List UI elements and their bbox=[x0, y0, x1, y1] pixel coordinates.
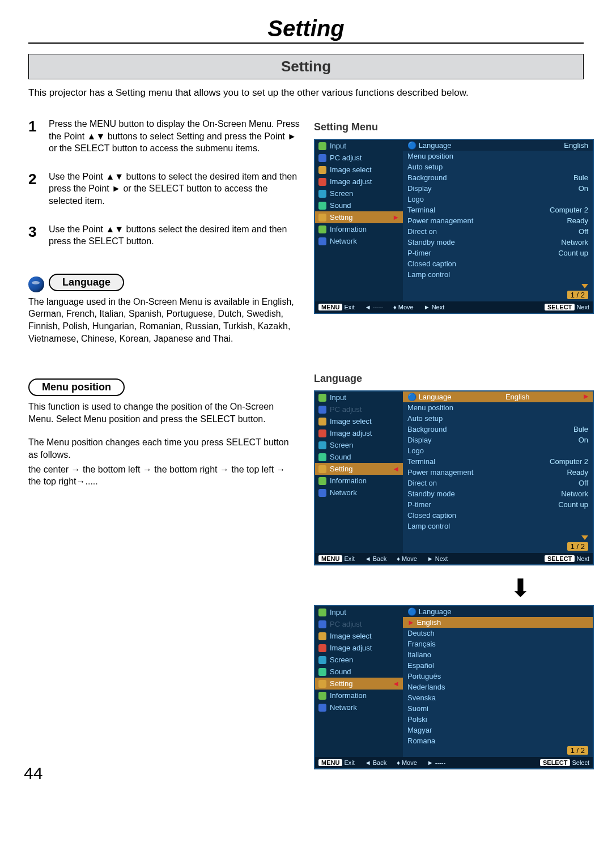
sidebar-item-sound[interactable]: Sound bbox=[315, 199, 403, 211]
step-3: 3 Use the Point ▲▼ buttons select the de… bbox=[28, 223, 300, 248]
setting-row-p-timer[interactable]: P-timerCount up bbox=[403, 499, 593, 510]
setting-label: Menu position bbox=[407, 403, 453, 412]
menu-item-icon bbox=[318, 166, 326, 174]
setting-value: Network bbox=[561, 490, 588, 498]
language-option-français[interactable]: Français bbox=[403, 639, 593, 649]
sidebar-item-image-adjust[interactable]: Image adjust bbox=[315, 427, 403, 439]
menu-position-body-3: the center → the bottom left → the botto… bbox=[28, 463, 300, 488]
setting-row-logo[interactable]: Logo bbox=[403, 445, 593, 456]
setting-row-power-management[interactable]: Power managementReady bbox=[403, 215, 593, 226]
setting-row-auto-setup[interactable]: Auto setup bbox=[403, 413, 593, 424]
sidebar-item-information[interactable]: Information bbox=[315, 475, 403, 487]
setting-row-display[interactable]: DisplayOn bbox=[403, 435, 593, 445]
setting-row-lamp-control[interactable]: Lamp control bbox=[403, 521, 593, 531]
sidebar-item-information[interactable]: Information bbox=[315, 223, 403, 235]
sidebar-item-image-select[interactable]: Image select bbox=[315, 415, 403, 427]
setting-row-standby-mode[interactable]: Standby modeNetwork bbox=[403, 488, 593, 499]
sidebar-item-label: Network bbox=[330, 703, 357, 712]
sidebar-item-setting[interactable]: Setting► bbox=[315, 211, 403, 223]
language-option-suomi[interactable]: Suomi bbox=[403, 703, 593, 714]
sidebar-item-image-select[interactable]: Image select bbox=[315, 630, 403, 642]
sidebar-item-label: PC adjust bbox=[330, 620, 362, 628]
sidebar-item-screen[interactable]: Screen bbox=[315, 654, 403, 666]
footer-next: ----- bbox=[435, 759, 445, 766]
step-number: 3 bbox=[28, 223, 41, 248]
setting-row-terminal[interactable]: TerminalComputer 2 bbox=[403, 205, 593, 215]
step-number: 1 bbox=[28, 118, 41, 155]
setting-row-background[interactable]: BackgroundBule bbox=[403, 424, 593, 435]
sidebar-item-pc-adjust[interactable]: PC adjust bbox=[315, 618, 403, 630]
osd-sidebar: InputPC adjustImage selectImage adjustSc… bbox=[315, 392, 403, 553]
setting-row-lamp-control[interactable]: Lamp control bbox=[403, 269, 593, 280]
language-body: The language used in the On-Screen Menu … bbox=[28, 296, 300, 344]
language-option-svenska[interactable]: Svenska bbox=[403, 692, 593, 703]
setting-label: Direct on bbox=[407, 479, 437, 487]
language-pill: Language bbox=[49, 274, 124, 291]
step-1: 1 Press the MENU button to display the O… bbox=[28, 118, 300, 155]
sidebar-item-image-adjust[interactable]: Image adjust bbox=[315, 642, 403, 654]
setting-row-standby-mode[interactable]: Standby modeNetwork bbox=[403, 237, 593, 248]
sidebar-item-image-adjust[interactable]: Image adjust bbox=[315, 176, 403, 188]
setting-row-logo[interactable]: Logo bbox=[403, 194, 593, 205]
sidebar-item-screen[interactable]: Screen bbox=[315, 439, 403, 451]
language-option-romana[interactable]: Romana bbox=[403, 735, 593, 746]
sidebar-item-input[interactable]: Input bbox=[315, 392, 403, 403]
sidebar-item-pc-adjust[interactable]: PC adjust bbox=[315, 152, 403, 164]
language-option-magyar[interactable]: Magyar bbox=[403, 725, 593, 735]
chevron-left-icon: ◄ bbox=[392, 465, 400, 473]
setting-row-closed-caption[interactable]: Closed caption bbox=[403, 510, 593, 521]
menu-item-icon bbox=[318, 418, 326, 426]
sidebar-item-label: Image adjust bbox=[330, 429, 372, 437]
sidebar-item-input[interactable]: Input bbox=[315, 140, 403, 152]
setting-row-display[interactable]: DisplayOn bbox=[403, 183, 593, 194]
panel-header: Language bbox=[419, 393, 452, 401]
setting-row-terminal[interactable]: TerminalComputer 2 bbox=[403, 456, 593, 467]
sidebar-item-screen[interactable]: Screen bbox=[315, 188, 403, 199]
menu-position-pill: Menu position bbox=[28, 378, 125, 396]
setting-row-background[interactable]: BackgroundBule bbox=[403, 172, 593, 183]
panel-header-val: English bbox=[564, 141, 588, 150]
menu-item-icon bbox=[318, 477, 326, 485]
setting-value: Network bbox=[561, 238, 588, 246]
setting-row-direct-on[interactable]: Direct onOff bbox=[403, 478, 593, 488]
setting-row-auto-setup[interactable]: Auto setup bbox=[403, 161, 593, 172]
footer-move: Move bbox=[402, 555, 417, 562]
sidebar-item-setting[interactable]: Setting◄ bbox=[315, 678, 403, 690]
menu-item-icon bbox=[318, 142, 326, 150]
language-option-italiano[interactable]: Italiano bbox=[403, 649, 593, 660]
sidebar-item-setting[interactable]: Setting◄ bbox=[315, 463, 403, 475]
setting-label: Terminal bbox=[407, 457, 435, 466]
setting-row-closed-caption[interactable]: Closed caption bbox=[403, 258, 593, 269]
arrow-down-icon: ⬇ bbox=[447, 576, 594, 601]
sidebar-item-network[interactable]: Network bbox=[315, 235, 403, 247]
sidebar-item-sound[interactable]: Sound bbox=[315, 451, 403, 463]
language-option-deutsch[interactable]: Deutsch bbox=[403, 628, 593, 639]
sidebar-item-image-select[interactable]: Image select bbox=[315, 164, 403, 176]
language-option-english[interactable]: ► English bbox=[403, 617, 593, 628]
setting-row-p-timer[interactable]: P-timerCount up bbox=[403, 248, 593, 258]
language-option-polski[interactable]: Polski bbox=[403, 714, 593, 725]
setting-value: Bule bbox=[573, 425, 588, 433]
menu-position-body-1: This function is used to change the posi… bbox=[28, 401, 300, 425]
step-text: Press the MENU button to display the On-… bbox=[49, 118, 300, 155]
language-option-português[interactable]: Português bbox=[403, 671, 593, 682]
sidebar-item-information[interactable]: Information bbox=[315, 690, 403, 701]
sidebar-item-input[interactable]: Input bbox=[315, 606, 403, 618]
sidebar-item-network[interactable]: Network bbox=[315, 701, 403, 713]
menu-item-icon bbox=[318, 178, 326, 186]
sidebar-item-label: Image select bbox=[330, 417, 372, 426]
setting-row-direct-on[interactable]: Direct onOff bbox=[403, 226, 593, 237]
setting-row-menu-position[interactable]: Menu position bbox=[403, 151, 593, 161]
setting-row-menu-position[interactable]: Menu position bbox=[403, 402, 593, 413]
left-column: 1 Press the MENU button to display the O… bbox=[28, 118, 300, 780]
menu-item-icon bbox=[318, 429, 326, 437]
language-option-nederlands[interactable]: Nederlands bbox=[403, 682, 593, 692]
sidebar-item-label: Sound bbox=[330, 201, 351, 210]
sidebar-item-network[interactable]: Network bbox=[315, 487, 403, 499]
language-option-español[interactable]: Español bbox=[403, 660, 593, 671]
sidebar-item-sound[interactable]: Sound bbox=[315, 666, 403, 678]
menu-item-icon bbox=[318, 489, 326, 497]
setting-row-power-management[interactable]: Power managementReady bbox=[403, 467, 593, 478]
panel-header: Language bbox=[419, 607, 452, 616]
sidebar-item-pc-adjust[interactable]: PC adjust bbox=[315, 403, 403, 415]
